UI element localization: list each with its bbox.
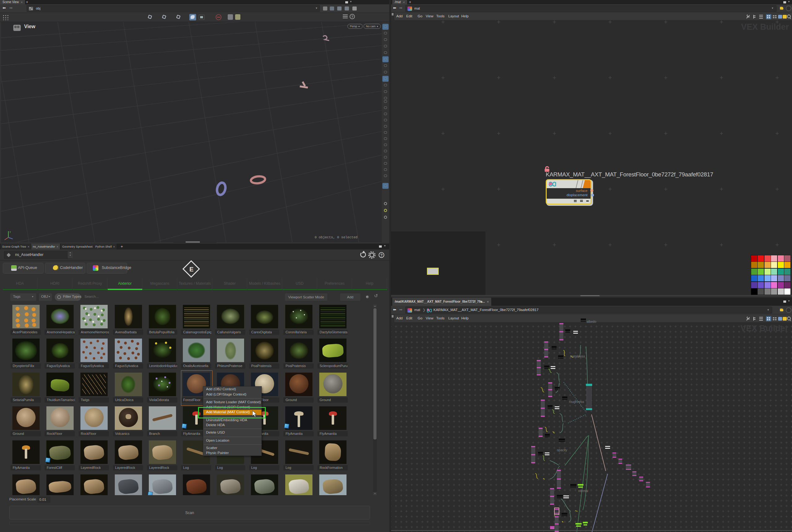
svg-text:y: y [9,230,11,233]
svg-text:?: ? [381,253,383,258]
